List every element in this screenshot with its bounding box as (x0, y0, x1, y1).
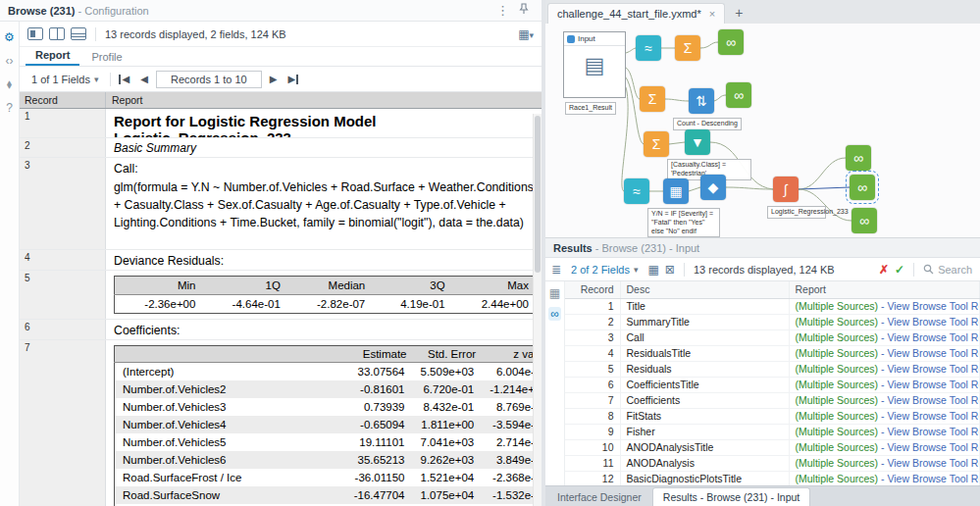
results-row[interactable]: 4ResidualsTitle(Multiple Sources) - View… (565, 345, 980, 361)
formula-tool[interactable]: ≈ (624, 178, 649, 204)
formula-annotation[interactable]: Y/N = IF [Severity] = "Fatal" then "Yes"… (647, 208, 720, 237)
results-row[interactable]: 6CoefficientsTitle(Multiple Sources) - V… (565, 377, 980, 392)
workflow-canvas[interactable]: Input ▤ Race1_Result ≈ Σ ∞ Σ ⇅ Count - D… (545, 24, 980, 238)
results-row[interactable]: 11ANODAnalysis(Multiple Sources) - View … (565, 455, 980, 471)
sort-tool[interactable]: ⇅ (689, 88, 714, 114)
report-link[interactable]: (Multiple Sources) - View Browse Tool Re… (789, 424, 980, 439)
coef-header-row: EstimateStd. Errorz valuePr(>|z|) (115, 346, 542, 363)
success-filter-icon[interactable]: ✓ (895, 263, 904, 277)
column-header-report[interactable]: Report (106, 92, 542, 108)
browse-tool[interactable]: ∞ (846, 145, 871, 171)
coef-row: Number.of.Vehicles30.739398.432e-018.769… (115, 398, 542, 416)
logistic-regression-tool[interactable]: ∫ (773, 177, 799, 202)
browse-tool-selected[interactable]: ∞ (850, 175, 875, 200)
basic-summary-label: Basic Summary (106, 138, 542, 157)
prev-records-button[interactable]: ◀ (137, 74, 151, 84)
next-records-button[interactable]: ▶ (267, 74, 281, 84)
report-link[interactable]: (Multiple Sources) - View Browse Tool Re… (789, 377, 980, 392)
results-row[interactable]: 12BasicDiagnosticPlotsTitle(Multiple Sou… (565, 471, 980, 485)
report-link[interactable]: (Multiple Sources) - View Browse Tool Re… (789, 298, 980, 314)
tab-report[interactable]: Report (26, 47, 79, 66)
results-row[interactable]: 5Residuals(Multiple Sources) - View Brow… (565, 361, 980, 377)
call-formula-text: glm(formula = Y.N ~ Number.of.Vehicles +… (114, 179, 534, 231)
tab-results[interactable]: Results - Browse (231) - Input (652, 487, 810, 506)
pin-icon[interactable] (514, 3, 534, 18)
results-row[interactable]: 10ANODAnalysisTitle(Multiple Sources) - … (565, 439, 980, 455)
table-view-icon[interactable]: ▦ (549, 287, 560, 299)
close-icon[interactable]: × (709, 8, 715, 20)
fields-dropdown[interactable]: 1 of 1 Fields ▾ (27, 72, 102, 87)
column-header-record[interactable]: Record (20, 92, 106, 108)
summarize-tool[interactable]: Σ (675, 35, 700, 61)
browse-tool[interactable]: ∞ (718, 29, 744, 55)
input-annotation[interactable]: Race1_Result (565, 102, 616, 115)
results-row[interactable]: 3Call(Multiple Sources) - View Browse To… (565, 329, 980, 345)
filter-tool[interactable]: ▼ (685, 129, 710, 155)
layout-rows-icon[interactable] (71, 27, 86, 40)
tab-interface-designer[interactable]: Interface Designer (547, 487, 651, 506)
cell-viewer-icon[interactable]: ▦ (648, 264, 659, 276)
workflow-tab[interactable]: challenge_44_start_file.yxmd* × (547, 3, 725, 24)
browse-tool[interactable]: ∞ (851, 208, 877, 233)
report-link[interactable]: (Multiple Sources) - View Browse Tool Re… (789, 345, 980, 361)
last-records-button[interactable]: ▶ (285, 75, 299, 84)
record-number: 6 (20, 320, 106, 339)
report-link[interactable]: (Multiple Sources) - View Browse Tool Re… (789, 408, 980, 424)
curve-icon: ∫ (784, 181, 788, 197)
layout-two-pane-icon[interactable] (49, 27, 65, 40)
report-link[interactable]: (Multiple Sources) - View Browse Tool Re… (789, 392, 980, 408)
results-subtitle: - Browse (231) - Input (593, 242, 699, 254)
report-grid-body: 1 Report for Logistic Regression Model L… (20, 109, 542, 506)
records-range-box[interactable]: Records 1 to 10 (156, 71, 262, 88)
residuals-table: Min1QMedian3QMax -2.36e+00-4.64e-01-2.82… (114, 276, 538, 314)
right-panel: challenge_44_start_file.yxmd* × + (545, 0, 980, 506)
report-link[interactable]: (Multiple Sources) - View Browse Tool Re… (789, 455, 980, 471)
results-table-body: 1Title(Multiple Sources) - View Browse T… (565, 298, 980, 485)
select-tool[interactable]: ▦ (663, 178, 689, 204)
config-panel-header: Browse (231) - Configuration ⋮ (0, 0, 542, 22)
clear-grid-icon[interactable]: ⊠ (665, 264, 675, 276)
report-link[interactable]: (Multiple Sources) - View Browse Tool Re… (789, 361, 980, 377)
search-input[interactable]: Search (923, 264, 972, 276)
results-fields-dropdown[interactable]: 2 of 2 Fields ▾ (567, 262, 642, 278)
summarize-tool[interactable]: Σ (640, 86, 665, 112)
table-row: 2 Basic Summary (20, 138, 542, 158)
input-tool[interactable]: Input ▤ (563, 31, 626, 98)
kebab-menu-icon[interactable]: ⋮ (491, 3, 514, 18)
summarize-tool[interactable]: Σ (644, 131, 669, 157)
filter-icon: ▼ (691, 134, 704, 150)
table-options-dropdown-icon[interactable]: ▦▾ (518, 27, 534, 41)
results-row[interactable]: 1Title(Multiple Sources) - View Browse T… (565, 298, 980, 314)
results-row[interactable]: 2SummaryTitle(Multiple Sources) - View B… (565, 314, 980, 329)
layout-single-pane-icon[interactable] (27, 27, 43, 40)
list-icon[interactable]: ≣ (551, 264, 561, 276)
configuration-icon[interactable]: ⚙ (4, 31, 15, 43)
binoculars-icon: ∞ (857, 179, 867, 195)
record-number: 3 (20, 158, 106, 249)
model-annotation[interactable]: Logistic_Regression_233 (767, 206, 826, 219)
tab-profile[interactable]: Profile (81, 49, 131, 66)
report-link[interactable]: (Multiple Sources) - View Browse Tool Re… (789, 471, 980, 485)
results-row[interactable]: 9Fisher(Multiple Sources) - View Browse … (565, 424, 980, 439)
browse-view-icon[interactable]: ∞ (548, 307, 561, 321)
sort-annotation[interactable]: Count - Descending (673, 118, 742, 130)
help-icon[interactable]: ? (6, 102, 13, 114)
annotation-icon[interactable]: ⬧ (7, 78, 12, 90)
errors-filter-icon[interactable]: ✗ (879, 263, 889, 277)
config-scrollbar-thumb[interactable] (535, 116, 541, 273)
table-row: 7 EstimateStd. Errorz valuePr(>|z|) (Int… (20, 340, 542, 506)
browse-tool[interactable]: ∞ (726, 82, 751, 108)
formula-tool[interactable]: ≈ (636, 35, 661, 61)
results-row[interactable]: 8FitStats(Multiple Sources) - View Brows… (565, 408, 980, 424)
report-link[interactable]: (Multiple Sources) - View Browse Tool Re… (789, 439, 980, 455)
config-scrollbar[interactable] (533, 114, 542, 506)
new-workflow-tab-button[interactable]: + (725, 5, 752, 24)
binoculars-icon: ∞ (853, 150, 863, 166)
report-link[interactable]: (Multiple Sources) - View Browse Tool Re… (789, 329, 980, 345)
first-records-button[interactable]: ◀ (119, 75, 132, 84)
sigma-icon: Σ (684, 40, 693, 56)
report-link[interactable]: (Multiple Sources) - View Browse Tool Re… (789, 314, 980, 329)
code-icon[interactable]: ‹› (6, 55, 14, 67)
sample-tool[interactable]: ◆ (700, 175, 726, 200)
results-row[interactable]: 7Coefficients(Multiple Sources) - View B… (565, 392, 980, 408)
